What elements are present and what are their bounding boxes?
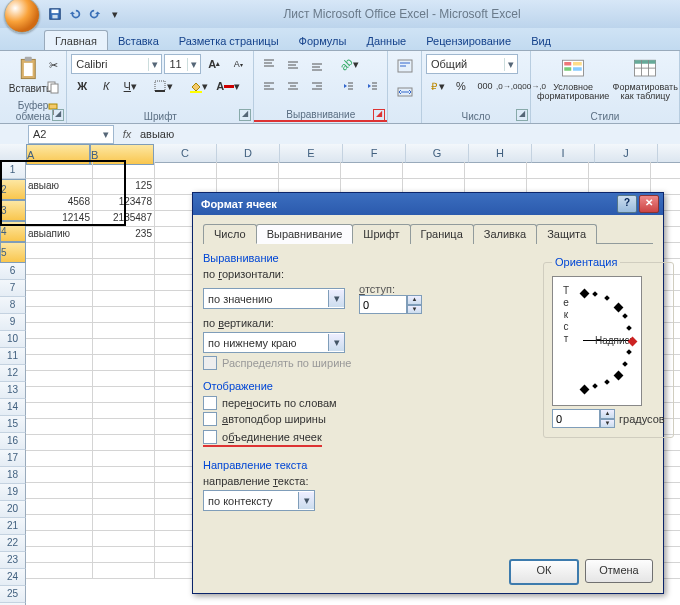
- cell[interactable]: [398, 162, 465, 179]
- row-header[interactable]: 16: [0, 433, 26, 450]
- dlg-tab-border[interactable]: Граница: [410, 224, 474, 244]
- cell[interactable]: авыапию: [26, 226, 93, 243]
- cell[interactable]: [88, 162, 155, 179]
- row-header[interactable]: 4: [0, 221, 26, 242]
- cell[interactable]: [26, 370, 93, 387]
- row-header[interactable]: 7: [0, 280, 26, 297]
- tab-pagelayout[interactable]: Разметка страницы: [169, 31, 289, 50]
- cell[interactable]: [88, 338, 155, 355]
- cell[interactable]: [88, 418, 155, 435]
- col-header[interactable]: C: [154, 144, 217, 163]
- number-launcher-icon[interactable]: ◢: [516, 109, 528, 121]
- row-header[interactable]: 17: [0, 450, 26, 467]
- row-header[interactable]: 15: [0, 416, 26, 433]
- fx-icon[interactable]: fx: [118, 128, 136, 140]
- row-header[interactable]: 6: [0, 263, 26, 280]
- cell[interactable]: [26, 562, 93, 579]
- cancel-button[interactable]: Отмена: [585, 559, 653, 583]
- shrink-font-icon[interactable]: A▾: [227, 54, 249, 74]
- dialog-help-icon[interactable]: ?: [617, 195, 637, 213]
- cell[interactable]: [88, 306, 155, 323]
- row-header[interactable]: 23: [0, 552, 26, 569]
- copy-icon[interactable]: [42, 77, 64, 97]
- row-header[interactable]: 18: [0, 467, 26, 484]
- indent-spinner[interactable]: ▲▼: [359, 295, 422, 314]
- cell[interactable]: [26, 450, 93, 467]
- shrink-to-fit-checkbox[interactable]: автоподбор ширины: [203, 412, 533, 426]
- cell[interactable]: [88, 450, 155, 467]
- cell[interactable]: [26, 402, 93, 419]
- cell[interactable]: [88, 386, 155, 403]
- cell[interactable]: авыаю: [26, 178, 93, 195]
- orientation-icon[interactable]: ab▾: [337, 54, 361, 74]
- borders-icon[interactable]: ▾: [150, 76, 176, 96]
- tab-review[interactable]: Рецензирование: [416, 31, 521, 50]
- cell[interactable]: [26, 338, 93, 355]
- row-header[interactable]: 10: [0, 331, 26, 348]
- cell[interactable]: 2135487: [88, 210, 155, 227]
- cell[interactable]: [88, 546, 155, 563]
- align-top-icon[interactable]: [258, 54, 280, 74]
- row-header[interactable]: 12: [0, 365, 26, 382]
- row-header[interactable]: 19: [0, 484, 26, 501]
- qat-undo-icon[interactable]: [66, 5, 84, 23]
- cell[interactable]: [88, 498, 155, 515]
- dlg-tab-protection[interactable]: Защита: [536, 224, 597, 244]
- cell[interactable]: [26, 290, 93, 307]
- cell[interactable]: [212, 162, 279, 179]
- row-header[interactable]: 14: [0, 399, 26, 416]
- col-header[interactable]: I: [532, 144, 595, 163]
- align-left-icon[interactable]: [258, 76, 280, 96]
- wrap-text-checkbox[interactable]: переносить по словам: [203, 396, 533, 410]
- col-header[interactable]: H: [469, 144, 532, 163]
- cell[interactable]: [26, 354, 93, 371]
- align-center-icon[interactable]: [282, 76, 304, 96]
- font-launcher-icon[interactable]: ◢: [239, 109, 251, 121]
- row-header[interactable]: 25: [0, 586, 26, 603]
- cell[interactable]: [88, 290, 155, 307]
- horizontal-align-select[interactable]: по значению▾: [203, 288, 345, 309]
- underline-icon[interactable]: Ч ▾: [119, 76, 141, 96]
- fill-color-icon[interactable]: ▾: [185, 76, 211, 96]
- wrap-text-icon[interactable]: [392, 53, 417, 79]
- deg-spin-up-icon[interactable]: ▲: [600, 409, 615, 419]
- merge-cells-icon[interactable]: [392, 79, 417, 105]
- cell[interactable]: [88, 354, 155, 371]
- increase-decimal-icon[interactable]: ,0→,00: [498, 76, 520, 96]
- increase-indent-icon[interactable]: [361, 76, 383, 96]
- row-header[interactable]: 11: [0, 348, 26, 365]
- dlg-tab-fill[interactable]: Заливка: [473, 224, 537, 244]
- tab-formulas[interactable]: Формулы: [289, 31, 357, 50]
- name-box[interactable]: A2▾: [28, 125, 114, 144]
- qat-save-icon[interactable]: [46, 5, 64, 23]
- cell[interactable]: [26, 418, 93, 435]
- cell[interactable]: [88, 482, 155, 499]
- align-right-icon[interactable]: [306, 76, 328, 96]
- cell[interactable]: [88, 258, 155, 275]
- row-header[interactable]: 13: [0, 382, 26, 399]
- degrees-spinner[interactable]: ▲▼: [552, 409, 615, 428]
- row-header[interactable]: 3: [0, 200, 26, 221]
- cell[interactable]: [26, 530, 93, 547]
- cell[interactable]: [88, 402, 155, 419]
- cell[interactable]: [274, 162, 341, 179]
- col-header[interactable]: E: [280, 144, 343, 163]
- cell[interactable]: [88, 514, 155, 531]
- cell[interactable]: [88, 466, 155, 483]
- format-as-table-button[interactable]: Форматировать как таблицу: [613, 53, 677, 103]
- cell[interactable]: [88, 530, 155, 547]
- vertical-align-select[interactable]: по нижнему краю▾: [203, 332, 345, 353]
- text-direction-select[interactable]: по контексту▾: [203, 490, 315, 511]
- italic-icon[interactable]: К: [95, 76, 117, 96]
- cell[interactable]: [26, 258, 93, 275]
- tab-view[interactable]: Вид: [521, 31, 561, 50]
- decrease-indent-icon[interactable]: [337, 76, 359, 96]
- conditional-formatting-button[interactable]: Условное форматирование: [535, 53, 611, 103]
- cell[interactable]: [336, 162, 403, 179]
- col-header[interactable]: J: [595, 144, 658, 163]
- cell[interactable]: 12145: [26, 210, 93, 227]
- alignment-launcher-icon[interactable]: ◢: [373, 109, 385, 121]
- merge-cells-checkbox[interactable]: объединение ячеек: [203, 430, 322, 447]
- cell[interactable]: [88, 434, 155, 451]
- cell[interactable]: [88, 370, 155, 387]
